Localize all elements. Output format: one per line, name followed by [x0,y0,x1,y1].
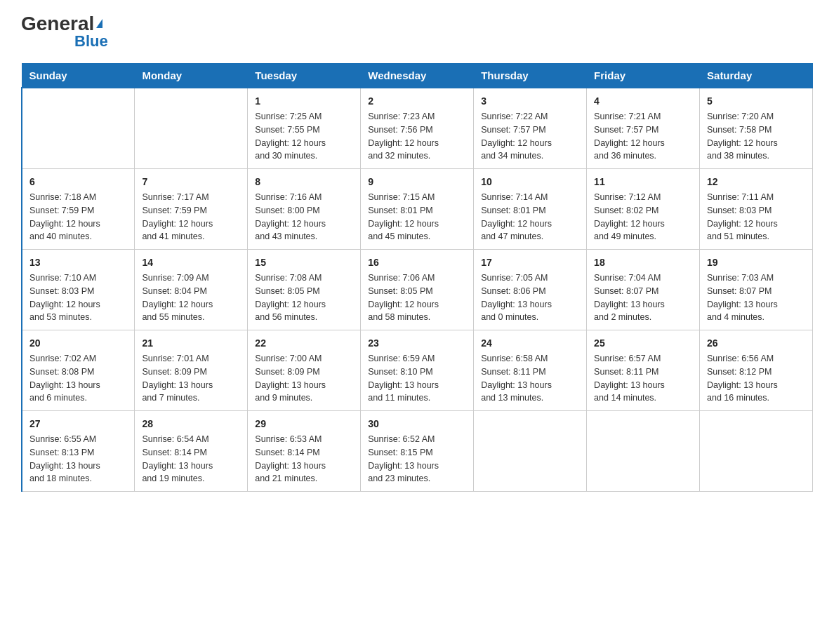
calendar-header: SundayMondayTuesdayWednesdayThursdayFrid… [22,64,813,88]
day-detail: Sunrise: 7:08 AM Sunset: 8:05 PM Dayligh… [255,271,353,324]
day-number: 29 [255,417,353,431]
day-number: 7 [142,175,240,189]
day-detail: Sunrise: 7:22 AM Sunset: 7:57 PM Dayligh… [481,110,579,163]
day-number: 11 [594,175,692,189]
calendar-week-3: 13Sunrise: 7:10 AM Sunset: 8:03 PM Dayli… [22,250,813,330]
day-number: 13 [29,255,127,270]
day-detail: Sunrise: 6:57 AM Sunset: 8:11 PM Dayligh… [594,352,692,405]
calendar-cell: 16Sunrise: 7:06 AM Sunset: 8:05 PM Dayli… [361,250,474,330]
day-detail: Sunrise: 7:17 AM Sunset: 7:59 PM Dayligh… [142,191,240,243]
day-detail: Sunrise: 6:58 AM Sunset: 8:11 PM Dayligh… [481,352,579,405]
day-number: 19 [707,255,805,270]
calendar-cell: 4Sunrise: 7:21 AM Sunset: 7:57 PM Daylig… [587,88,700,169]
day-header-thursday: Thursday [474,64,587,88]
calendar-cell: 6Sunrise: 7:18 AM Sunset: 7:59 PM Daylig… [22,169,135,250]
calendar-cell: 29Sunrise: 6:53 AM Sunset: 8:14 PM Dayli… [248,411,361,492]
day-detail: Sunrise: 6:56 AM Sunset: 8:12 PM Dayligh… [707,352,805,405]
calendar-cell: 26Sunrise: 6:56 AM Sunset: 8:12 PM Dayli… [700,330,813,411]
calendar-cell: 24Sunrise: 6:58 AM Sunset: 8:11 PM Dayli… [474,330,587,411]
day-number: 21 [142,336,240,351]
day-detail: Sunrise: 7:20 AM Sunset: 7:58 PM Dayligh… [707,110,805,163]
day-detail: Sunrise: 7:12 AM Sunset: 8:02 PM Dayligh… [594,191,692,243]
logo-blue-text: Blue [74,32,108,50]
day-number: 24 [481,336,579,351]
day-number: 15 [255,255,353,270]
calendar-cell [587,411,700,492]
calendar-cell: 19Sunrise: 7:03 AM Sunset: 8:07 PM Dayli… [700,250,813,330]
calendar-cell: 17Sunrise: 7:05 AM Sunset: 8:06 PM Dayli… [474,250,587,330]
day-number: 1 [255,94,353,109]
calendar-cell: 20Sunrise: 7:02 AM Sunset: 8:08 PM Dayli… [22,330,135,411]
logo-triangle-icon [96,19,102,28]
calendar-cell: 5Sunrise: 7:20 AM Sunset: 7:58 PM Daylig… [700,88,813,169]
day-header-wednesday: Wednesday [361,64,474,88]
calendar-cell: 25Sunrise: 6:57 AM Sunset: 8:11 PM Dayli… [587,330,700,411]
day-detail: Sunrise: 7:18 AM Sunset: 7:59 PM Dayligh… [29,191,127,243]
calendar-cell: 2Sunrise: 7:23 AM Sunset: 7:56 PM Daylig… [361,88,474,169]
day-detail: Sunrise: 7:11 AM Sunset: 8:03 PM Dayligh… [707,191,805,243]
day-detail: Sunrise: 6:52 AM Sunset: 8:15 PM Dayligh… [368,433,466,485]
calendar-cell [22,88,135,169]
calendar-cell: 1Sunrise: 7:25 AM Sunset: 7:55 PM Daylig… [248,88,361,169]
day-number: 28 [142,417,240,431]
day-number: 22 [255,336,353,351]
day-detail: Sunrise: 7:10 AM Sunset: 8:03 PM Dayligh… [29,271,127,324]
day-detail: Sunrise: 7:23 AM Sunset: 7:56 PM Dayligh… [368,110,466,163]
calendar-cell: 11Sunrise: 7:12 AM Sunset: 8:02 PM Dayli… [587,169,700,250]
logo: General Blue [21,14,108,49]
day-detail: Sunrise: 6:54 AM Sunset: 8:14 PM Dayligh… [142,433,240,485]
day-detail: Sunrise: 7:02 AM Sunset: 8:08 PM Dayligh… [29,352,127,405]
day-detail: Sunrise: 7:25 AM Sunset: 7:55 PM Dayligh… [255,110,353,163]
calendar-week-2: 6Sunrise: 7:18 AM Sunset: 7:59 PM Daylig… [22,169,813,250]
calendar-week-4: 20Sunrise: 7:02 AM Sunset: 8:08 PM Dayli… [22,330,813,411]
day-detail: Sunrise: 7:00 AM Sunset: 8:09 PM Dayligh… [255,352,353,405]
day-detail: Sunrise: 7:21 AM Sunset: 7:57 PM Dayligh… [594,110,692,163]
day-detail: Sunrise: 7:15 AM Sunset: 8:01 PM Dayligh… [368,191,466,243]
day-number: 25 [594,336,692,351]
calendar-table: SundayMondayTuesdayWednesdayThursdayFrid… [21,63,813,492]
day-header-tuesday: Tuesday [248,64,361,88]
day-detail: Sunrise: 6:59 AM Sunset: 8:10 PM Dayligh… [368,352,466,405]
day-detail: Sunrise: 7:16 AM Sunset: 8:00 PM Dayligh… [255,191,353,243]
logo-general-text: General [21,14,102,34]
calendar-cell: 21Sunrise: 7:01 AM Sunset: 8:09 PM Dayli… [135,330,248,411]
calendar-cell: 3Sunrise: 7:22 AM Sunset: 7:57 PM Daylig… [474,88,587,169]
day-number: 2 [368,94,466,109]
day-number: 10 [481,175,579,189]
calendar-week-5: 27Sunrise: 6:55 AM Sunset: 8:13 PM Dayli… [22,411,813,492]
day-number: 30 [368,417,466,431]
day-number: 12 [707,175,805,189]
calendar-cell: 23Sunrise: 6:59 AM Sunset: 8:10 PM Dayli… [361,330,474,411]
day-detail: Sunrise: 6:55 AM Sunset: 8:13 PM Dayligh… [29,433,127,485]
day-detail: Sunrise: 7:06 AM Sunset: 8:05 PM Dayligh… [368,271,466,324]
day-number: 9 [368,175,466,189]
calendar-cell: 7Sunrise: 7:17 AM Sunset: 7:59 PM Daylig… [135,169,248,250]
day-detail: Sunrise: 6:53 AM Sunset: 8:14 PM Dayligh… [255,433,353,485]
day-detail: Sunrise: 7:03 AM Sunset: 8:07 PM Dayligh… [707,271,805,324]
calendar-cell: 12Sunrise: 7:11 AM Sunset: 8:03 PM Dayli… [700,169,813,250]
calendar-cell: 14Sunrise: 7:09 AM Sunset: 8:04 PM Dayli… [135,250,248,330]
page-header: General Blue [21,14,813,49]
day-detail: Sunrise: 7:01 AM Sunset: 8:09 PM Dayligh… [142,352,240,405]
day-number: 20 [29,336,127,351]
calendar-cell: 10Sunrise: 7:14 AM Sunset: 8:01 PM Dayli… [474,169,587,250]
day-header-monday: Monday [135,64,248,88]
day-number: 6 [29,175,127,189]
day-header-sunday: Sunday [22,64,135,88]
calendar-cell: 18Sunrise: 7:04 AM Sunset: 8:07 PM Dayli… [587,250,700,330]
day-number: 26 [707,336,805,351]
day-number: 27 [29,417,127,431]
day-detail: Sunrise: 7:05 AM Sunset: 8:06 PM Dayligh… [481,271,579,324]
day-number: 18 [594,255,692,270]
day-number: 23 [368,336,466,351]
day-number: 16 [368,255,466,270]
calendar-cell [135,88,248,169]
calendar-week-1: 1Sunrise: 7:25 AM Sunset: 7:55 PM Daylig… [22,88,813,169]
day-number: 5 [707,94,805,109]
calendar-cell: 28Sunrise: 6:54 AM Sunset: 8:14 PM Dayli… [135,411,248,492]
day-number: 4 [594,94,692,109]
day-detail: Sunrise: 7:04 AM Sunset: 8:07 PM Dayligh… [594,271,692,324]
calendar-cell: 13Sunrise: 7:10 AM Sunset: 8:03 PM Dayli… [22,250,135,330]
calendar-cell: 27Sunrise: 6:55 AM Sunset: 8:13 PM Dayli… [22,411,135,492]
calendar-cell: 15Sunrise: 7:08 AM Sunset: 8:05 PM Dayli… [248,250,361,330]
